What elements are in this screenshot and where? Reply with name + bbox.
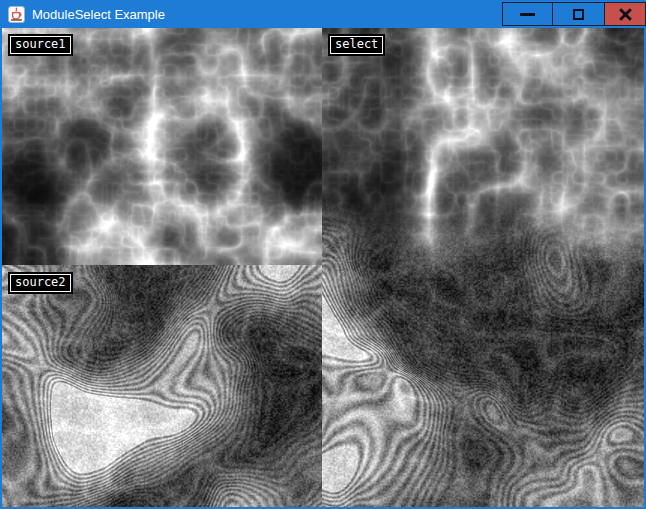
source1-label-text: source1: [10, 36, 71, 54]
noise-composite-image: [2, 28, 644, 507]
titlebar[interactable]: ModuleSelect Example: [0, 0, 646, 28]
close-button[interactable]: [605, 2, 646, 26]
source1-label: source1: [8, 34, 73, 56]
source2-label: source2: [8, 272, 73, 294]
select-label-text: select: [330, 36, 383, 54]
maximize-button[interactable]: [552, 2, 605, 26]
client-area: source1 select source2: [2, 28, 644, 507]
window-title: ModuleSelect Example: [32, 7, 502, 22]
source2-label-text: source2: [10, 274, 71, 292]
select-label: select: [328, 34, 385, 56]
close-icon: [618, 7, 633, 22]
java-coffee-cup-icon: [8, 6, 25, 23]
maximize-icon: [573, 9, 584, 20]
application-window: ModuleSelect Example source1 select sour…: [0, 0, 646, 509]
window-controls: [502, 0, 646, 28]
minimize-icon: [520, 13, 535, 16]
minimize-button[interactable]: [502, 2, 552, 26]
